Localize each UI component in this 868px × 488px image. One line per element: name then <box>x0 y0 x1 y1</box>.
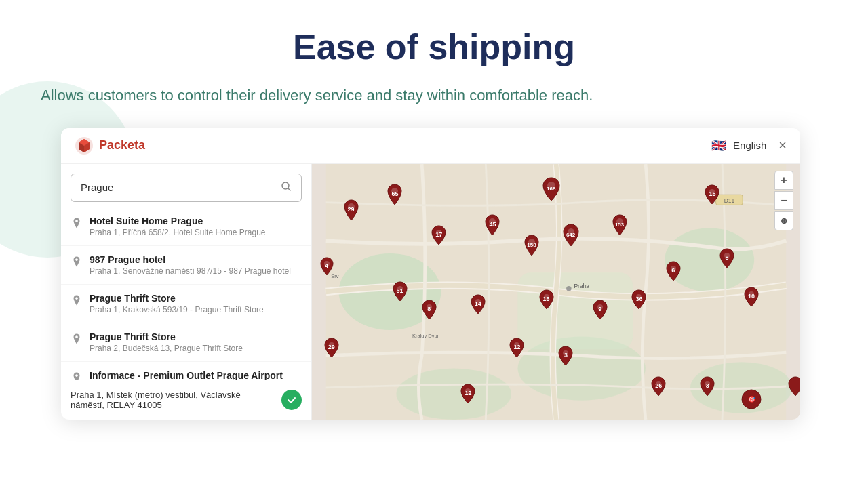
marker-label: 15 <box>709 190 715 197</box>
svg-text:D11: D11 <box>724 197 735 203</box>
marker-label: 29 <box>348 206 355 213</box>
map-marker[interactable]: 3 <box>557 345 574 367</box>
packeta-logo-icon <box>75 136 94 155</box>
map-marker[interactable]: 26 <box>650 375 667 397</box>
marker-label: 12 <box>465 390 471 396</box>
flag-icon: 🇬🇧 <box>711 138 726 153</box>
map-marker[interactable]: 29 <box>323 337 340 359</box>
map-marker[interactable]: 3 <box>698 375 716 397</box>
marker-label: 153 <box>615 222 624 228</box>
search-box <box>61 164 311 207</box>
location-item[interactable]: 987 Prague hotel Praha 1, Senovážné námě… <box>61 246 311 285</box>
marker-label: 10 <box>748 293 755 300</box>
marker-label: 6 <box>671 267 675 274</box>
zoom-in-button[interactable]: + <box>774 171 793 190</box>
location-item[interactable]: Prague Thrift Store Praha 2, Budečská 13… <box>61 323 311 362</box>
close-button[interactable]: × <box>778 138 787 153</box>
map-marker[interactable]: 15 <box>538 289 555 310</box>
svg-text:Kraluv Dvur: Kraluv Dvur <box>412 333 439 339</box>
map-marker[interactable]: 10 <box>743 286 760 308</box>
marker-label: 14 <box>475 300 481 307</box>
map-marker[interactable]: 153 <box>610 214 629 237</box>
search-input-wrapper <box>71 174 302 202</box>
header-right: 🇬🇧 English × <box>711 138 787 153</box>
widget-header: Packeta 🇬🇧 English × <box>61 128 800 164</box>
map-marker[interactable]: 12 <box>508 337 526 359</box>
svg-point-12 <box>566 286 572 291</box>
map-marker[interactable]: 4 <box>319 256 335 277</box>
marker-label: 51 <box>397 287 403 294</box>
location-info: Informace - Premium Outlet Prague Airpor… <box>90 370 302 380</box>
packeta-brand-name: Packeta <box>99 138 145 152</box>
map-marker[interactable]: 8 <box>718 247 736 269</box>
language-label: English <box>733 140 766 151</box>
map-marker[interactable]: 642 <box>561 223 581 247</box>
svg-line-2 <box>288 188 291 190</box>
page-subtitle: Allows customers to control their delive… <box>41 84 692 106</box>
location-info: 987 Prague hotel Praha 1, Senovážné námě… <box>90 254 302 276</box>
marker-label: 15 <box>543 296 550 302</box>
map-marker[interactable]: 9 <box>591 299 609 321</box>
map-marker[interactable]: 168 <box>540 176 562 202</box>
location-item[interactable]: Prague Thrift Store Praha 1, Krakovská 5… <box>61 285 311 323</box>
zoom-out-button[interactable]: − <box>774 191 793 210</box>
marker-label: 12 <box>513 344 520 350</box>
svg-point-7 <box>396 368 511 419</box>
map-marker[interactable]: 15 <box>703 184 721 205</box>
location-name: Prague Thrift Store <box>90 293 302 304</box>
marker-label: 8 <box>725 254 728 261</box>
location-item[interactable]: Informace - Premium Outlet Prague Airpor… <box>61 362 311 380</box>
marker-label: 17 <box>435 232 442 239</box>
map-marker[interactable]: 65 <box>385 183 404 206</box>
location-name: Informace - Premium Outlet Prague Airpor… <box>90 370 302 380</box>
location-pin-icon <box>71 294 83 306</box>
marker-label: 9 <box>598 306 601 312</box>
marker-label: 168 <box>547 186 555 192</box>
location-pin-icon <box>71 371 83 380</box>
map-controls: + − ⊕ <box>774 171 793 230</box>
marker-label: 29 <box>328 344 335 350</box>
map-marker[interactable]: 51 <box>391 281 409 302</box>
location-name: Prague Thrift Store <box>90 331 302 342</box>
map-marker[interactable]: 158 <box>522 234 541 257</box>
location-address: Praha 2, Budečská 13, Prague Thrift Stor… <box>90 344 302 353</box>
map-marker[interactable]: 6 <box>665 260 682 282</box>
left-panel: Hotel Suite Home Prague Praha 1, Příčná … <box>61 164 312 420</box>
map-marker[interactable]: 17 <box>430 224 448 246</box>
map-marker[interactable]: 🎯 <box>741 388 762 410</box>
map-marker[interactable]: 8 <box>420 299 438 321</box>
map-marker[interactable] <box>787 375 800 397</box>
location-pin-icon <box>71 217 83 229</box>
location-name: 987 Prague hotel <box>90 254 302 265</box>
packeta-logo: Packeta <box>75 136 145 155</box>
page-title: Ease of shipping <box>41 27 827 68</box>
search-input[interactable] <box>71 175 271 200</box>
select-location-button[interactable] <box>281 390 302 410</box>
marker-label: 642 <box>566 232 575 238</box>
marker-label: 45 <box>489 221 496 228</box>
compass-button[interactable]: ⊕ <box>774 211 793 230</box>
marker-label: 65 <box>391 190 398 197</box>
map-marker[interactable]: 36 <box>630 289 648 310</box>
location-info: Hotel Suite Home Prague Praha 1, Příčná … <box>90 216 302 237</box>
marker-label: 3 <box>706 382 709 389</box>
marker-label: 🎯 <box>748 396 755 403</box>
bottom-line2: náměstí, RELAY 41005 <box>71 400 241 410</box>
bottom-location-item[interactable]: Praha 1, Místek (metro) vestibul, Václav… <box>61 380 311 420</box>
marker-label: 36 <box>635 296 642 302</box>
location-item[interactable]: Hotel Suite Home Prague Praha 1, Příčná … <box>61 207 311 246</box>
widget-body: Hotel Suite Home Prague Praha 1, Příčná … <box>61 164 800 420</box>
search-icon[interactable] <box>271 174 301 201</box>
location-address: Praha 1, Krakovská 593/19 - Prague Thrif… <box>90 305 302 314</box>
marker-label: 8 <box>427 306 431 312</box>
map-marker[interactable]: 14 <box>469 293 487 315</box>
bottom-line1: Praha 1, Místek (metro) vestibul, Václav… <box>71 390 241 400</box>
location-address: Praha 1, Senovážné náměstí 987/15 - 987 … <box>90 266 302 276</box>
map-marker[interactable]: 45 <box>483 214 502 237</box>
map-marker[interactable]: 29 <box>342 199 361 222</box>
location-pin-icon <box>71 333 83 345</box>
map-marker[interactable]: 12 <box>459 383 477 405</box>
map-area[interactable]: D11 Praha Kraluv Dvur Srv .mmarker { pos… <box>312 164 800 420</box>
marker-label: 4 <box>325 262 328 269</box>
marker-label: 158 <box>527 242 536 248</box>
